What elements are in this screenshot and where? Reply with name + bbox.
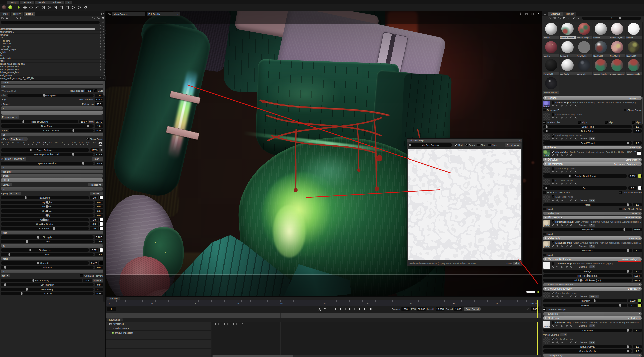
value-field[interactable]: 0.508 [628,299,637,302]
value-field[interactable]: 0.0 [628,186,637,190]
skip-start-button[interactable] [333,307,337,311]
color-swatch[interactable] [638,299,642,303]
map-enabled-checkbox[interactable] [552,134,554,137]
slider-metalness[interactable]: Metalness [543,249,632,252]
field-frames[interactable]: 300 [401,307,410,311]
map-enabled-checkbox[interactable] [552,101,554,104]
visibility-toggle[interactable] [103,34,105,36]
add-sky-button[interactable] [6,17,9,20]
top-tab-texture[interactable]: Texture [20,1,34,4]
texture-thumbnail[interactable]: UDIM [543,101,550,108]
keyframe-track-main-camera[interactable]: +Main Camera [106,326,211,331]
dropdown[interactable]: Ray Traced▼ [9,137,28,141]
pencil-button[interactable] [565,199,568,202]
material-newmat04[interactable]: NewMat04 [626,40,642,57]
checkbox-flip-z[interactable]: Flip Z [632,121,642,124]
close-button[interactable] [574,199,577,202]
value-field[interactable]: 0.0 [95,214,103,217]
lock-icon[interactable] [100,34,102,36]
map-enabled-checkbox[interactable] [552,220,554,223]
slider-dirt-intensity[interactable]: Dirt Intensity [1,283,94,286]
section-mode-dropdown[interactable]: Albedo▼ [630,146,640,149]
value-field[interactable]: 0.063 [95,253,103,256]
value-field[interactable]: 1.0 [633,125,642,128]
slider-fuzz[interactable]: Fuzz [543,186,627,190]
pencil-button[interactable] [565,104,568,107]
material-armour-escent[interactable]: armour..escent [560,22,576,39]
material-section-microsurface-[interactable]: Microsurface:Roughness▼ [543,216,642,219]
gear-button[interactable] [552,104,554,107]
materials-search-button[interactable] [577,17,580,20]
tool-scale[interactable] [35,6,39,9]
section-mode-dropdown[interactable]: Metalness▼ [627,237,640,240]
materials-snow-button[interactable] [553,17,556,20]
undo-button[interactable] [323,307,327,311]
texture-thumbnail[interactable] [543,337,550,344]
gear-button[interactable] [552,341,554,344]
visibility-toggle[interactable] [103,43,105,45]
drop-button[interactable] [561,199,563,202]
select-arrow-tool[interactable] [17,6,21,9]
material-section-clearcoat-reflection-[interactable]: Clearcoat Reflection:Newton's Rings▼ [543,257,642,261]
value-field[interactable]: 1.0 [90,227,98,230]
add-camera-button[interactable] [1,17,4,20]
close-button[interactable] [574,325,577,327]
pencil-button[interactable] [565,170,568,173]
section-mode-dropdown[interactable]: Lambertian▼ [626,158,640,161]
materials-spheres-button[interactable] [548,17,551,20]
material-section-reflection-[interactable]: Reflection:GGX▼ [543,212,642,215]
search-button[interactable] [556,182,559,185]
slider-handle[interactable] [87,125,89,127]
channel-red[interactable]: Red [455,144,463,146]
step-back-button[interactable] [343,307,347,311]
map-enabled-checkbox[interactable] [552,195,554,198]
left-scrollbar[interactable] [103,81,105,302]
value-field[interactable]: 0.0 [95,201,103,204]
material-section-reflectivity-[interactable]: Reflectivity:Metalness▼ [543,236,642,240]
texture-thumbnail[interactable] [543,179,550,186]
materials-folder-button[interactable] [558,17,561,20]
texture-thumbnail[interactable]: UDIM [543,241,550,248]
drop-button[interactable] [561,137,563,140]
tree-item[interactable]: et_balls [0,51,106,54]
refresh-button[interactable] [570,170,572,173]
value-field[interactable]: 1.0 [633,349,642,353]
slider-handle[interactable] [26,240,28,243]
color-swatch[interactable] [638,303,642,307]
map-enabled-checkbox[interactable] [552,151,554,153]
skip-end-button[interactable] [364,307,367,311]
drop-button[interactable] [561,182,563,185]
value-field[interactable]: 0.682 [628,174,637,178]
keyframe-tool-2[interactable] [218,323,221,325]
lock-icon[interactable] [100,66,102,68]
slider-handle[interactable] [30,249,31,251]
value-field[interactable]: 0.299 [95,240,103,243]
value-field[interactable]: 1.0 [633,329,642,332]
viewport-split-button[interactable] [525,12,528,15]
section-header[interactable]: us [1,133,103,136]
tree-item[interactable]: key light [0,42,106,45]
value-field[interactable]: 340.9 [95,162,103,165]
map-enabled-checkbox[interactable] [552,113,554,116]
lock-icon[interactable] [100,77,102,79]
drop-button[interactable] [561,170,563,173]
visibility-toggle[interactable] [103,63,105,65]
slider-handle[interactable] [22,120,24,123]
refresh-button[interactable] [570,266,572,268]
texture-thumbnail[interactable] [543,195,550,202]
refresh-button[interactable] [570,245,572,247]
value-field[interactable]: 0.07 [90,248,98,252]
value-field[interactable]: 0.25 [95,292,103,295]
tree-item[interactable]: ecodgl_lod0 [0,57,106,60]
tool-pivot[interactable] [47,6,51,9]
section-header[interactable]: rpen [1,231,103,234]
slider-detail-weight[interactable]: Detail Weight [543,141,632,145]
tree-item[interactable]: clothes_pose02_final [0,71,106,74]
section-mode-dropdown[interactable]: Roughness▼ [625,216,640,219]
tree-item[interactable]: Main Camera [0,28,106,31]
material-red-fabric[interactable]: red fabric [560,58,576,75]
keyframe-tool-6[interactable] [236,323,239,325]
value-field[interactable]: 50.0 [95,102,103,106]
checkbox-scale-bias[interactable]: Scale & Bias [543,121,560,124]
slider-handle[interactable] [624,228,625,231]
